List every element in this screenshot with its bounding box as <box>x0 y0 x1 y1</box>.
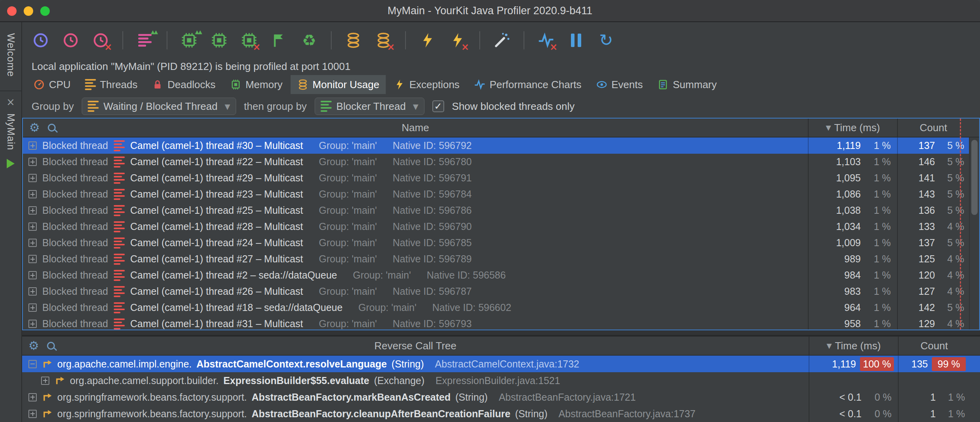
thread-row[interactable]: Blocked thread Camel (camel-1) thread #2… <box>23 154 979 170</box>
expand-icon[interactable] <box>28 271 37 279</box>
telemetry-stop-icon[interactable]: × <box>536 30 556 50</box>
tab-performance-charts[interactable]: Performance Charts <box>467 75 588 94</box>
memory-snapshot-icon[interactable] <box>209 30 229 50</box>
thread-row[interactable]: Blocked thread Camel (camel-1) thread #3… <box>23 138 979 154</box>
expand-icon[interactable] <box>28 174 37 182</box>
monitor-profiling-start-icon[interactable] <box>344 30 363 50</box>
count-percent: 1 % <box>936 392 970 403</box>
expand-icon[interactable] <box>28 190 37 198</box>
calltree-row[interactable]: org.apache.camel.impl.engine.AbstractCam… <box>22 356 980 372</box>
scrollbar-thumb[interactable] <box>971 140 978 215</box>
tab-monitor-usage[interactable]: Monitor Usage <box>291 75 386 94</box>
count-value: 143 <box>898 188 935 200</box>
calltree-row[interactable]: org.springframework.beans.factory.suppor… <box>22 405 980 422</box>
cpu-tracing-icon[interactable] <box>61 30 81 50</box>
tab-cpu[interactable]: CPU <box>27 75 77 94</box>
expand-icon[interactable] <box>28 287 37 296</box>
column-name-header[interactable]: Name <box>23 122 808 134</box>
tab-memory[interactable]: Memory <box>223 75 289 94</box>
tab-threads[interactable]: Threads <box>79 75 144 94</box>
x-overlay-icon: × <box>550 42 558 52</box>
row-prefix: Blocked thread <box>42 302 108 313</box>
expand-icon[interactable] <box>28 255 37 263</box>
minimize-window-button[interactable] <box>24 6 33 16</box>
method-package: org.apache.camel.impl.engine. <box>57 358 191 370</box>
x-overlay-icon: × <box>104 42 112 52</box>
thread-row[interactable]: Blocked thread Camel (camel-1) thread #2… <box>23 219 979 235</box>
tab-events[interactable]: Events <box>590 75 650 94</box>
expand-icon[interactable] <box>28 206 37 215</box>
force-gc-icon[interactable]: ♻ <box>299 30 319 50</box>
source-reference: AbstractBeanFactory.java:1737 <box>559 408 696 420</box>
expand-icon[interactable] <box>28 360 37 368</box>
calltree-row[interactable]: org.apache.camel.support.builder.Express… <box>22 372 980 389</box>
thread-row[interactable]: Blocked thread Camel (camel-1) thread #2… <box>23 235 979 251</box>
expand-icon[interactable] <box>41 377 49 385</box>
monitor-profiling-stop-icon[interactable]: × <box>374 30 393 50</box>
time-value: 1,095 <box>809 172 861 184</box>
sidebar-tab-welcome[interactable]: Welcome <box>5 22 17 90</box>
cpu-clear-icon[interactable]: × <box>91 30 111 50</box>
thread-row[interactable]: Blocked thread Camel (camel-1) thread #2… <box>23 267 979 283</box>
exception-profiling-start-icon[interactable] <box>418 30 437 50</box>
calltree-row[interactable]: org.springframework.beans.factory.suppor… <box>22 389 980 405</box>
threads-icon <box>85 79 96 90</box>
refresh-icon[interactable]: ↻ <box>596 30 616 50</box>
close-window-button[interactable] <box>7 6 17 16</box>
row-prefix: Blocked thread <box>42 237 108 249</box>
column-time-header[interactable]: ▼ Time (ms) <box>808 119 897 137</box>
group-by-label: Group by <box>32 100 74 113</box>
search-icon[interactable] <box>48 124 56 132</box>
expand-icon[interactable] <box>28 158 37 166</box>
expand-icon[interactable] <box>28 303 37 312</box>
tab-exceptions[interactable]: Exceptions <box>387 75 466 94</box>
thread-row[interactable]: Blocked thread Camel (camel-1) thread #3… <box>23 316 979 330</box>
search-icon[interactable] <box>47 342 55 350</box>
time-percent: 100 % <box>860 357 894 371</box>
threads-icon <box>321 101 332 112</box>
vertical-scrollbar[interactable] <box>969 138 979 330</box>
panel-splitter[interactable] <box>22 330 980 336</box>
x-overlay-icon: × <box>253 42 261 52</box>
tab-summary[interactable]: Summary <box>651 75 723 94</box>
expand-icon[interactable] <box>28 410 37 418</box>
expand-icon[interactable] <box>28 393 37 401</box>
cpu-sampling-icon[interactable] <box>31 30 51 50</box>
thread-row[interactable]: Blocked thread Camel (camel-1) thread #2… <box>23 186 979 202</box>
pause-icon[interactable] <box>566 30 586 50</box>
column-time-header[interactable]: ▼ Time (ms) <box>809 337 898 355</box>
gear-icon[interactable]: ⚙ <box>28 340 39 352</box>
summary-doc-icon <box>657 79 669 90</box>
memory-allocation-recording-icon[interactable]: ▲▲ <box>179 30 199 50</box>
count-value: 1 <box>899 408 936 420</box>
then-group-by-dropdown[interactable]: Blocker Thread ▼ <box>315 98 424 115</box>
thread-telemetry-icon[interactable]: ▲▲ <box>135 30 155 50</box>
inspections-wand-icon[interactable] <box>492 30 512 50</box>
status-text: Local application "MyMain" (PID 89212) i… <box>22 58 980 74</box>
sidebar-tab-mymain[interactable]: × MyMain <box>0 90 21 169</box>
running-session-play-icon <box>7 159 15 168</box>
expand-icon[interactable] <box>28 320 37 328</box>
zoom-window-button[interactable] <box>40 6 50 16</box>
column-count-header[interactable]: Count <box>897 119 969 137</box>
gear-icon[interactable]: ⚙ <box>29 122 40 134</box>
close-session-icon[interactable]: × <box>6 97 15 107</box>
tab-deadlocks[interactable]: Deadlocks <box>145 75 222 94</box>
expand-icon[interactable] <box>28 239 37 247</box>
group-by-dropdown[interactable]: Waiting / Blocked Thread ▼ <box>82 98 236 115</box>
source-reference: AbstractBeanFactory.java:1721 <box>499 392 636 403</box>
thread-name: Camel (camel-1) thread #2 – seda://dataQ… <box>130 269 337 281</box>
expand-icon[interactable] <box>28 141 37 150</box>
column-calltree-header[interactable]: Reverse Call Tree <box>22 340 809 352</box>
thread-row[interactable]: Blocked thread Camel (camel-1) thread #2… <box>23 170 979 186</box>
show-blocked-only-checkbox[interactable]: ✓ <box>432 100 444 112</box>
exception-profiling-stop-icon[interactable]: × <box>448 30 467 50</box>
thread-row[interactable]: Blocked thread Camel (camel-1) thread #2… <box>23 251 979 267</box>
memory-stop-icon[interactable]: × <box>239 30 259 50</box>
thread-row[interactable]: Blocked thread Camel (camel-1) thread #1… <box>23 300 979 316</box>
column-count-header[interactable]: Count <box>898 337 970 355</box>
thread-row[interactable]: Blocked thread Camel (camel-1) thread #2… <box>23 202 979 219</box>
expand-icon[interactable] <box>28 222 37 231</box>
thread-row[interactable]: Blocked thread Camel (camel-1) thread #2… <box>23 283 979 300</box>
set-mark-flag-icon[interactable] <box>269 30 289 50</box>
